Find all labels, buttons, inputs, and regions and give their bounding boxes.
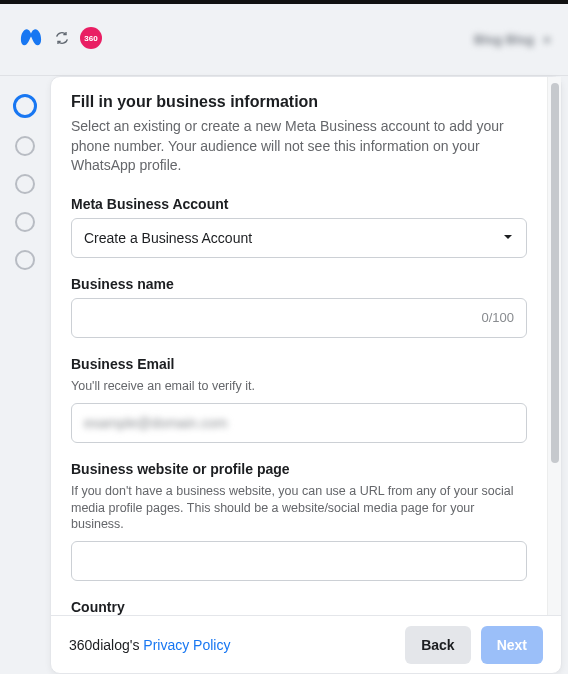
step-1[interactable]: [13, 94, 37, 118]
step-indicator: [0, 76, 50, 674]
form-panel: Fill in your business information Select…: [50, 76, 562, 674]
business-website-label: Business website or profile page: [71, 461, 527, 477]
field-country: Country Select a Country: [71, 599, 527, 615]
field-business-website: Business website or profile page If you …: [71, 461, 527, 582]
privacy-policy-link[interactable]: Privacy Policy: [143, 637, 230, 653]
step-3[interactable]: [15, 174, 35, 194]
footer-privacy: 360dialog's Privacy Policy: [69, 637, 230, 653]
meta-logo-icon: [18, 25, 44, 55]
back-button[interactable]: Back: [405, 626, 470, 664]
sync-icon: [54, 30, 70, 50]
form-scroll-area[interactable]: Fill in your business information Select…: [51, 77, 547, 615]
page-title: Fill in your business information: [71, 93, 527, 111]
field-meta-account: Meta Business Account Create a Business …: [71, 196, 527, 258]
meta-account-label: Meta Business Account: [71, 196, 527, 212]
business-website-input[interactable]: [84, 542, 514, 580]
business-name-input-wrap: 0/100: [71, 298, 527, 338]
country-label: Country: [71, 599, 527, 615]
step-2[interactable]: [15, 136, 35, 156]
page-subtitle: Select an existing or create a new Meta …: [71, 117, 527, 176]
business-name-label: Business name: [71, 276, 527, 292]
business-website-input-wrap: [71, 541, 527, 581]
meta-account-selected: Create a Business Account: [84, 230, 252, 246]
step-5[interactable]: [15, 250, 35, 270]
business-email-help: You'll receive an email to verify it.: [71, 378, 527, 395]
header-account-blurred-label: Blsg Blsg: [474, 32, 534, 47]
scrollbar-track[interactable]: [547, 77, 561, 615]
business-email-label: Business Email: [71, 356, 527, 372]
dropdown-dot-icon: [544, 37, 550, 43]
business-email-input-wrap: [71, 403, 527, 443]
business-email-input[interactable]: [84, 404, 514, 442]
next-button[interactable]: Next: [481, 626, 543, 664]
business-name-input[interactable]: [84, 299, 481, 337]
360dialog-badge-icon: 360: [80, 27, 102, 53]
field-business-name: Business name 0/100: [71, 276, 527, 338]
meta-account-select[interactable]: Create a Business Account: [71, 218, 527, 258]
footer-prefix: 360dialog's: [69, 637, 143, 653]
header-account[interactable]: Blsg Blsg: [474, 32, 550, 47]
workspace: Fill in your business information Select…: [0, 76, 568, 674]
step-4[interactable]: [15, 212, 35, 232]
scrollbar-thumb[interactable]: [551, 83, 559, 463]
business-website-help: If you don't have a business website, yo…: [71, 483, 527, 534]
business-name-counter: 0/100: [481, 310, 514, 325]
chevron-down-icon: [502, 230, 514, 246]
app-header: 360 Blsg Blsg: [0, 4, 568, 76]
header-logos: 360: [18, 25, 102, 55]
svg-text:360: 360: [84, 34, 98, 43]
panel-footer: 360dialog's Privacy Policy Back Next: [51, 615, 561, 673]
field-business-email: Business Email You'll receive an email t…: [71, 356, 527, 443]
